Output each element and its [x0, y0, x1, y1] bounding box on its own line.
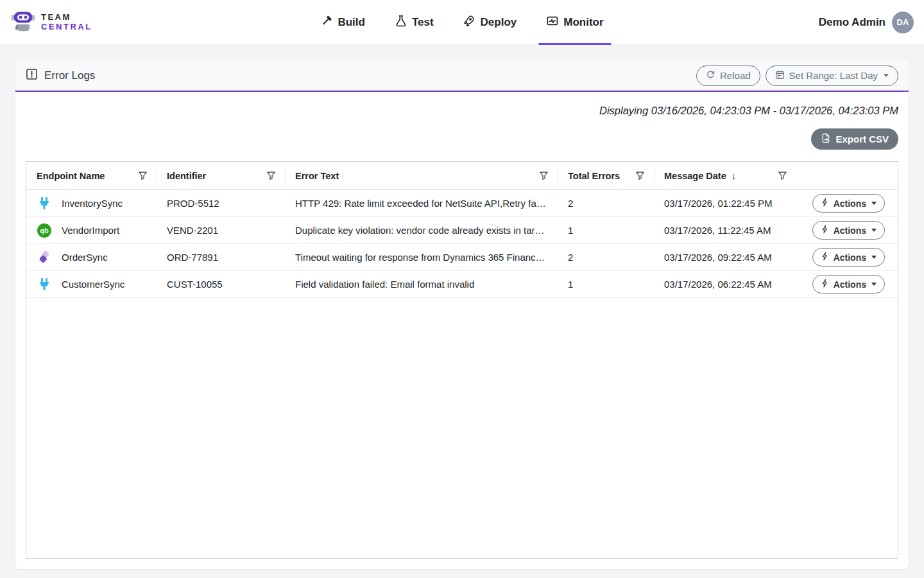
chevron-down-icon [871, 229, 877, 232]
actions-dropdown[interactable]: Actions [812, 248, 885, 267]
export-row: Export CSV [26, 128, 898, 150]
set-range-label: Set Range: Last Day [789, 70, 878, 81]
identifier: VEND-2201 [157, 225, 285, 236]
identifier: PROD-5512 [157, 198, 285, 209]
actions-label: Actions [834, 225, 866, 236]
identifier: CUST-10055 [157, 279, 285, 290]
error-text: HTTP 429: Rate limit exceeded for NetSui… [285, 198, 558, 209]
filter-icon[interactable] [635, 171, 645, 180]
actions-label: Actions [834, 279, 866, 290]
quickbooks-icon: qb [37, 223, 52, 238]
total-errors: 1 [558, 279, 654, 290]
table-row[interactable]: CustomerSync CUST-10055 Field validation… [26, 271, 898, 298]
lightning-icon [821, 252, 830, 263]
message-date: 03/17/2026, 06:22:45 AM [654, 279, 796, 290]
col-header-total-errors[interactable]: Total Errors [558, 162, 654, 189]
dynamics-icon [37, 250, 52, 265]
plug-icon [37, 196, 52, 211]
brand-logo[interactable]: TEAM CENTRAL [10, 8, 92, 37]
plug-icon [37, 277, 52, 292]
endpoint-name: VendorImport [62, 225, 119, 236]
calendar-icon [775, 70, 785, 82]
total-errors: 2 [558, 198, 654, 209]
tab-monitor[interactable]: Monitor [538, 0, 611, 45]
tab-test-label: Test [412, 16, 434, 29]
main-nav: Build Test Deploy [312, 0, 611, 45]
flask-icon [395, 15, 407, 30]
col-label-endpoint: Endpoint Name [37, 171, 105, 181]
svg-text:qb: qb [40, 227, 49, 234]
error-text: Duplicate key violation: vendor code alr… [285, 225, 558, 236]
tab-deploy-label: Deploy [481, 16, 517, 29]
reload-button[interactable]: Reload [696, 66, 760, 86]
col-header-error-text[interactable]: Error Text [285, 162, 558, 189]
brand-line2: CENTRAL [41, 22, 92, 32]
total-errors: 2 [558, 252, 654, 263]
col-label-date: Message Date [664, 171, 726, 181]
refresh-icon [706, 70, 715, 82]
endpoint-name: CustomerSync [62, 279, 124, 290]
table-row[interactable]: InventorySync PROD-5512 HTTP 429: Rate l… [26, 190, 898, 217]
col-header-endpoint-name[interactable]: Endpoint Name [26, 162, 157, 189]
chevron-down-icon [871, 283, 877, 286]
robot-logo-icon [10, 8, 36, 37]
col-header-identifier[interactable]: Identifier [157, 162, 285, 189]
chevron-down-icon [884, 74, 889, 77]
actions-dropdown[interactable]: Actions [812, 194, 885, 213]
tab-build[interactable]: Build [312, 0, 373, 45]
identifier: ORD-77891 [157, 252, 285, 263]
hammer-icon [320, 15, 332, 30]
rocket-icon [463, 15, 475, 30]
tab-deploy[interactable]: Deploy [456, 0, 525, 45]
actions-dropdown[interactable]: Actions [812, 221, 885, 240]
total-errors: 1 [558, 225, 654, 236]
message-date: 03/17/2026, 09:22:45 AM [654, 252, 796, 263]
user-area: Demo Admin DA [819, 12, 914, 33]
brand-text: TEAM CENTRAL [41, 13, 92, 32]
table-row[interactable]: OrderSync ORD-77891 Timeout waiting for … [26, 244, 898, 271]
top-navbar: TEAM CENTRAL Build Test [0, 0, 924, 45]
actions-dropdown[interactable]: Actions [812, 275, 885, 293]
tab-build-label: Build [338, 16, 365, 29]
panel-header: Error Logs Reload [15, 60, 909, 92]
panel-header-actions: Reload Set Range: Last Day [696, 66, 898, 86]
export-csv-label: Export CSV [835, 134, 889, 144]
col-header-actions [796, 162, 898, 189]
brand-line1: TEAM [41, 13, 92, 22]
endpoint-name: OrderSync [62, 252, 108, 263]
col-header-message-date[interactable]: Message Date ↓ [654, 162, 796, 189]
actions-label: Actions [834, 198, 866, 209]
col-label-total: Total Errors [568, 171, 620, 181]
set-range-dropdown[interactable]: Set Range: Last Day [766, 66, 898, 86]
sort-desc-icon[interactable]: ↓ [732, 170, 737, 181]
actions-label: Actions [834, 252, 866, 263]
col-label-error: Error Text [295, 171, 339, 181]
error-logs-table: Endpoint Name Identifier Error Text [26, 161, 898, 559]
error-text: Field validation failed: Email format in… [285, 279, 558, 290]
filter-icon[interactable] [778, 171, 787, 180]
filter-icon[interactable] [266, 171, 276, 180]
table-header-row: Endpoint Name Identifier Error Text [26, 162, 898, 190]
col-label-identifier: Identifier [167, 171, 206, 181]
table-row[interactable]: qb VendorImport VEND-2201 Duplicate key … [26, 217, 898, 244]
error-alert-icon [26, 68, 38, 83]
error-text: Timeout waiting for response from Dynami… [285, 252, 558, 263]
date-range-display: Displaying 03/16/2026, 04:23:03 PM - 03/… [26, 105, 898, 117]
filter-icon[interactable] [539, 171, 549, 180]
panel-title: Error Logs [44, 69, 95, 82]
page-content: Error Logs Reload [0, 45, 924, 578]
user-name: Demo Admin [819, 16, 886, 29]
lightning-icon [821, 279, 830, 290]
chevron-down-icon [871, 202, 877, 205]
user-avatar[interactable]: DA [892, 12, 914, 33]
table-empty-area [26, 298, 898, 558]
tab-test[interactable]: Test [387, 0, 441, 45]
message-date: 03/17/2026, 01:22:45 PM [654, 198, 796, 209]
chevron-down-icon [871, 256, 877, 259]
export-csv-button[interactable]: Export CSV [811, 128, 898, 150]
file-export-icon [821, 133, 831, 145]
filter-icon[interactable] [138, 171, 148, 180]
tab-monitor-label: Monitor [563, 16, 603, 29]
lightning-icon [821, 198, 830, 209]
reload-label: Reload [720, 70, 751, 81]
